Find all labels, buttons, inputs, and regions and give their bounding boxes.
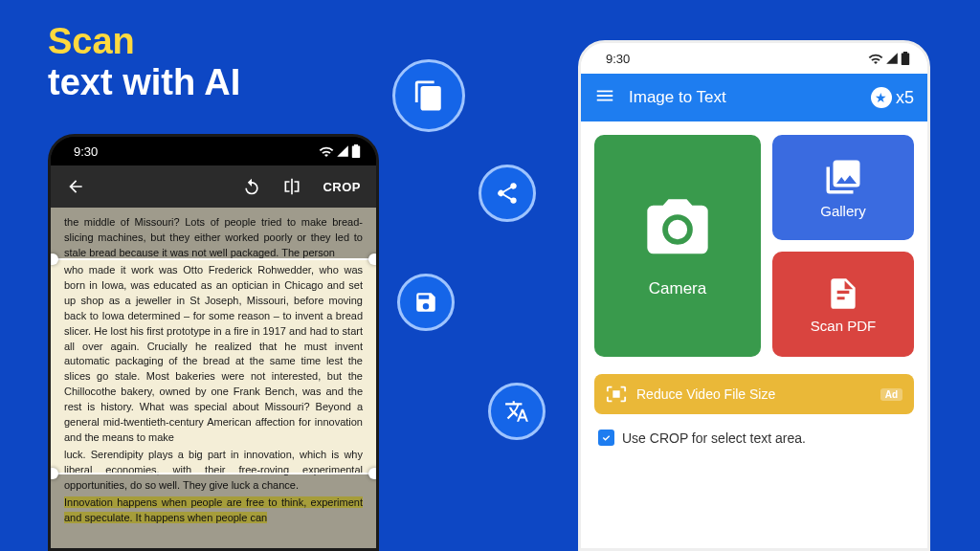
translate-button[interactable]	[488, 383, 546, 440]
wifi-icon	[868, 53, 883, 64]
gallery-label: Gallery	[820, 203, 866, 219]
scan-pdf-label: Scan PDF	[811, 318, 876, 334]
camera-label: Camera	[649, 279, 706, 298]
crop-action[interactable]: CROP	[323, 180, 361, 194]
crop-edge-top[interactable]	[51, 258, 376, 260]
checkbox-label: Use CROP for select text area.	[622, 430, 806, 446]
crop-dim-top	[51, 208, 376, 259]
crop-handle-tl[interactable]	[48, 253, 58, 265]
mirror-icon	[282, 177, 301, 196]
hero-headline: Scan text with AI	[48, 21, 240, 103]
star-icon: ★	[871, 87, 892, 108]
gallery-icon	[823, 157, 863, 197]
menu-button[interactable]	[594, 85, 615, 110]
status-bar: 9:30	[581, 43, 927, 74]
status-time: 9:30	[606, 52, 630, 66]
hero-line-2: text with AI	[48, 62, 240, 103]
app-phone: 9:30 Image to Text ★ x5 Camera Gallery	[578, 40, 930, 551]
wifi-icon	[319, 145, 334, 157]
app-title: Image to Text	[629, 88, 858, 107]
save-icon	[413, 290, 438, 315]
camera-tile[interactable]: Camera	[594, 135, 761, 357]
check-icon	[601, 432, 612, 443]
compress-icon	[606, 384, 627, 405]
mirror-button[interactable]	[282, 177, 301, 196]
camera-icon	[641, 193, 714, 266]
book-text-mid: who made it work was Otto Frederick Rohw…	[64, 263, 363, 446]
gallery-tile[interactable]: Gallery	[772, 135, 914, 240]
hero-line-1: Scan	[48, 21, 240, 62]
back-button[interactable]	[66, 177, 85, 196]
scanner-phone: 9:30 CROP the middle of Missouri? Lots o…	[48, 134, 379, 551]
checkbox-checked[interactable]	[598, 430, 614, 446]
signal-icon	[336, 144, 349, 158]
crop-handle-br[interactable]	[368, 468, 379, 479]
share-button[interactable]	[479, 165, 536, 222]
scanned-page[interactable]: the middle of Missouri? Lots of people t…	[51, 208, 376, 551]
arrow-left-icon	[66, 177, 85, 196]
copy-button[interactable]	[392, 59, 465, 132]
scan-pdf-tile[interactable]: Scan PDF	[772, 252, 914, 357]
copy-icon	[412, 79, 445, 112]
rotate-button[interactable]	[242, 177, 261, 196]
save-button[interactable]	[397, 274, 455, 331]
credits-button[interactable]: ★ x5	[871, 87, 914, 108]
crop-dim-bottom	[51, 474, 376, 551]
battery-icon	[351, 144, 361, 158]
battery-icon	[901, 52, 910, 65]
hamburger-icon	[594, 85, 615, 106]
promo-text: Reduce Video File Size	[636, 386, 775, 402]
crop-toolbar: CROP	[51, 165, 376, 208]
pdf-icon	[825, 276, 861, 312]
rotate-icon	[242, 177, 261, 196]
app-bar: Image to Text ★ x5	[581, 74, 927, 121]
ad-badge: Ad	[880, 388, 902, 401]
status-indicators	[868, 52, 910, 65]
crop-handle-tr[interactable]	[368, 253, 379, 265]
promo-banner[interactable]: Reduce Video File Size Ad	[594, 374, 914, 414]
translate-icon	[504, 399, 529, 424]
share-icon	[495, 181, 520, 206]
crop-edge-bottom[interactable]	[51, 473, 376, 474]
status-indicators	[319, 144, 361, 158]
credits-count: x5	[896, 88, 914, 108]
status-bar: 9:30	[51, 137, 376, 165]
status-time: 9:30	[74, 144, 98, 159]
signal-icon	[885, 52, 899, 65]
crop-checkbox-row[interactable]: Use CROP for select text area.	[581, 414, 927, 461]
